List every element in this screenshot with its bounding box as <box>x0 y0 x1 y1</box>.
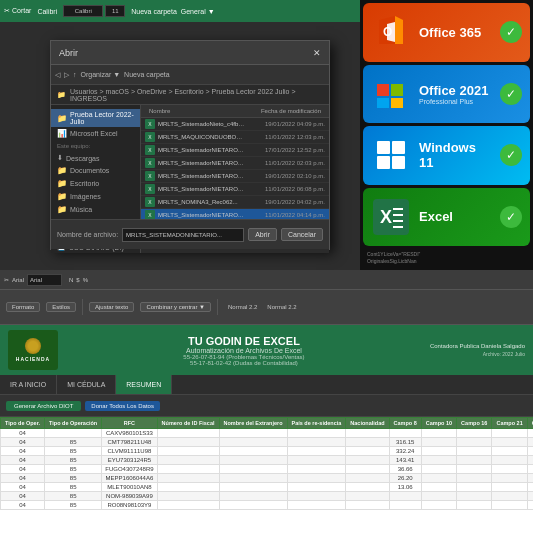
file-excel-icon-1: X <box>145 132 155 142</box>
windows11-icon-area <box>371 135 411 175</box>
styles-btn[interactable]: Estilos <box>46 302 76 312</box>
sidebar-documents[interactable]: 📁 Documentos <box>51 164 140 177</box>
th-nombre: Nombre del Extranjero <box>219 418 287 429</box>
header-right-area: Contadora Publica Daniela Salgado Archiv… <box>430 343 525 357</box>
file-excel-icon-2: X <box>145 145 155 155</box>
font-select-bottom[interactable]: Arial <box>27 274 62 286</box>
normal22-label: Normal 2.2 <box>267 304 296 310</box>
file-excel-icon-4: X <box>145 171 155 181</box>
sidebar-downloads[interactable]: ⬇ Descargas <box>51 152 140 164</box>
office365-badge[interactable]: O Office 365 ✓ <box>363 3 530 62</box>
cell-rfc[interactable]: CAXV980101S33 <box>102 429 157 438</box>
folder-documents-icon: 📁 <box>57 166 67 175</box>
file-row-1[interactable]: X MRLTS_MAQUICONDUOBOM2_sBM1... 11/01/20… <box>141 131 329 144</box>
action-row: Generar Archivo DIOT Donar Todos Los Dat… <box>0 395 533 417</box>
th-pais: País de re-sidencia <box>287 418 346 429</box>
tab-resumen[interactable]: RESUMEN <box>116 375 172 394</box>
file-name-4: MRLTS_SistemadorNIETARO4-JRS... <box>158 173 245 179</box>
sidebar-desktop[interactable]: 📁 Escritorio <box>51 177 140 190</box>
arial-font-label: Arial <box>12 277 24 283</box>
th-campo16: Campo 16 <box>457 418 492 429</box>
excel-badge[interactable]: X Excel ✓ <box>363 188 530 247</box>
cell-c21[interactable] <box>492 429 527 438</box>
format-btn[interactable]: Formato <box>6 302 40 312</box>
windows11-badge[interactable]: Windows 11 ✓ <box>363 126 530 185</box>
ajustar-texto-bottom[interactable]: Ajustar texto <box>89 302 134 312</box>
ajustar-texto-btn[interactable]: Nueva carpeta <box>131 8 177 15</box>
cancel-button[interactable]: Cancelar <box>281 228 323 241</box>
sidebar-images[interactable]: 📁 Imágenes <box>51 190 140 203</box>
file-excel-icon-5: X <box>145 184 155 194</box>
open-button[interactable]: Abrir <box>248 228 277 241</box>
dialog-title: Abrir <box>59 48 78 58</box>
filename-input[interactable] <box>122 228 244 242</box>
file-row-6[interactable]: X MRLTS_NOMINA3_Rec062... 19/01/2022 04:… <box>141 196 329 209</box>
pct-label: % <box>83 277 88 283</box>
combinar-btn[interactable]: General ▼ <box>181 8 215 15</box>
file-date-0: 19/01/2022 04:09 p.m. <box>245 121 325 127</box>
cell-pais[interactable] <box>287 429 346 438</box>
file-row-2[interactable]: X MRLTS_SistemadorNIETARO3MOC... 17/01/2… <box>141 144 329 157</box>
cell-c10[interactable] <box>421 429 456 438</box>
font-name-input[interactable]: Calibri <box>63 5 103 17</box>
col-header-date: Fecha de modificación <box>257 107 325 115</box>
th-campo10: Campo 10 <box>421 418 456 429</box>
win11-tile-1 <box>377 141 390 154</box>
bottom-section: ✂ Arial Arial N $ % Formato Estilos Ajus… <box>0 270 533 533</box>
dialog-toolbar: ◁ ▷ ↑ Organizar ▼ Nueva carpeta <box>51 65 329 85</box>
combinar-bottom[interactable]: Combinar y centrar ▼ <box>140 302 211 312</box>
format-number-label: N <box>69 277 73 283</box>
font-size-input[interactable]: 11 <box>105 5 125 17</box>
organize-btn[interactable]: Organizar ▼ <box>81 71 121 78</box>
sidebar-item-0[interactable]: 📁 Prueba Lector 2022-Julio <box>51 109 140 127</box>
nav-tabs-row: IR A INICIO MI CÉDULA RESUMEN <box>0 375 533 395</box>
windows11-logo-icon <box>377 141 405 169</box>
svg-rect-7 <box>391 98 403 108</box>
up-icon[interactable]: ↑ <box>73 71 77 78</box>
cell-nac[interactable] <box>346 429 389 438</box>
forward-icon[interactable]: ▷ <box>64 71 69 79</box>
file-name-7: MRLTS_SistemadorNIETARO_21... <box>158 212 245 218</box>
tab-inicio[interactable]: IR A INICIO <box>0 375 57 394</box>
cell-nombre[interactable] <box>219 429 287 438</box>
file-row-5[interactable]: X MRLTS_SistemadorNIETARO_9bc302... 11/0… <box>141 183 329 196</box>
cell-c16[interactable] <box>457 429 492 438</box>
sidebar-section-header: Este equipo: <box>51 140 140 152</box>
table-row: 0485 RO08N98103Y9 <box>1 501 534 510</box>
th-tipo-op2: Tipo de Operación <box>45 418 102 429</box>
win11-tile-3 <box>377 156 390 169</box>
badge-footer-text: Cont1YLiceVa="RESDI"OriginalesSig.LicbNa… <box>363 249 530 267</box>
cell-num-id[interactable] <box>157 429 219 438</box>
sidebar-item-1[interactable]: 📊 Microsoft Excel <box>51 127 140 140</box>
table-row: 0485 NOM-989039A99 <box>1 492 534 501</box>
cell-c22[interactable] <box>527 429 533 438</box>
office2021-badge[interactable]: Office 2021 Professional Plus ✓ <box>363 65 530 124</box>
tab-cedula[interactable]: MI CÉDULA <box>57 375 116 394</box>
dialog-close-icon[interactable]: ✕ <box>313 48 321 58</box>
file-row-4[interactable]: X MRLTS_SistemadorNIETARO4-JRS... 19/01/… <box>141 170 329 183</box>
win11-tile-4 <box>392 156 405 169</box>
file-row-3[interactable]: X MRLTS_SistemadorNIETARO3MOC... 11/01/2… <box>141 157 329 170</box>
win11-tile-2 <box>392 141 405 154</box>
folder-desktop-icon: 📁 <box>57 179 67 188</box>
file-row-0[interactable]: X MRLTS_SistemadoNieto_c4fb4d8-11t... 19… <box>141 118 329 131</box>
sidebar-music[interactable]: 📁 Música <box>51 203 140 216</box>
ribbon-sep-1 <box>82 299 83 315</box>
folder-music-icon: 📁 <box>57 205 67 214</box>
donate-button[interactable]: Donar Todos Los Datos <box>85 401 160 411</box>
new-folder-btn[interactable]: Nueva carpeta <box>124 71 170 78</box>
file-name-6: MRLTS_NOMINA3_Rec062... <box>158 199 245 205</box>
cell-c8[interactable] <box>389 429 421 438</box>
spreadsheet-header: HACIENDA TU GODIN DE EXCEL Automatizació… <box>0 325 533 375</box>
cell-tipo-op2[interactable] <box>45 429 102 438</box>
cut-icon-bottom: ✂ <box>4 276 9 283</box>
cell-tipo-op[interactable]: 04 <box>1 429 45 438</box>
table-row: 0485 CLVM91111U98 332.24 <box>1 447 534 456</box>
table-row: 0485 MEPP1606044A6 26.20 <box>1 474 534 483</box>
excel-badge-text: Excel <box>419 209 492 224</box>
file-dialog: Abrir ✕ ◁ ▷ ↑ Organizar ▼ Nueva carpeta … <box>50 40 330 250</box>
path-icon: 📁 <box>57 91 66 99</box>
generate-diot-button[interactable]: Generar Archivo DIOT <box>6 401 81 411</box>
normal-label: Normal 2.2 <box>228 304 257 310</box>
back-icon[interactable]: ◁ <box>55 71 60 79</box>
